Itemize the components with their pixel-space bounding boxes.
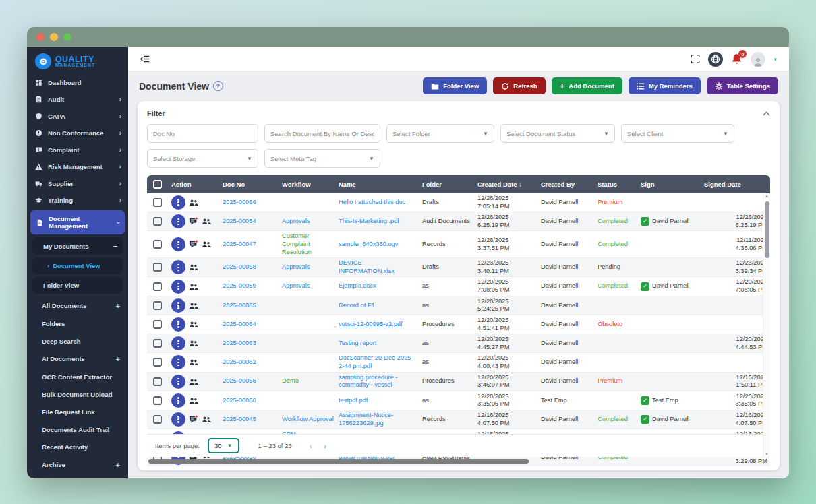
collapse-sidebar-icon[interactable] [140, 55, 150, 63]
column-header-signed-date[interactable]: Signed Date [704, 181, 770, 188]
column-header-doc-no[interactable]: Doc No [223, 181, 282, 188]
document-name-link[interactable]: This-Is-Marketing .pdf [339, 218, 399, 224]
select-client-dropdown[interactable]: Select Client▼ [621, 124, 734, 143]
doc-no-link[interactable]: 2025-00063 [223, 340, 256, 346]
document-name-link[interactable]: sampling procedure - commodity - vessel [339, 374, 397, 389]
doc-no-link[interactable]: 2025-00047 [223, 241, 256, 247]
doc-no-input[interactable] [147, 124, 258, 143]
sidebar-item-risk-management[interactable]: Risk Management› [27, 158, 128, 175]
shared-users-icon[interactable] [189, 320, 198, 329]
vertical-scrollbar-thumb[interactable] [765, 201, 769, 258]
search-document-by-name-or-description-input[interactable] [264, 124, 380, 143]
zoom-window-button[interactable] [63, 33, 71, 41]
row-menu-kebab-icon[interactable] [171, 317, 185, 332]
notifications-bell-icon[interactable]: 0 [731, 53, 742, 65]
sidebar-item-capa[interactable]: CAPA› [27, 108, 128, 125]
column-header-created-by[interactable]: Created By [541, 181, 598, 188]
row-menu-kebab-icon[interactable] [171, 260, 185, 274]
sidebar-subitem-folders[interactable]: Folders [27, 315, 128, 332]
sidebar-subitem-recent-activity[interactable]: Recent Activity [27, 438, 128, 455]
doc-no-link[interactable]: 2025-00058 [223, 263, 256, 270]
folder-view-button[interactable]: Folder View [423, 77, 487, 94]
document-name-link[interactable]: DEVICE INFORMATION.xlsx [339, 259, 395, 274]
doc-no-link[interactable]: 2025-00065 [223, 302, 256, 309]
filter-collapse-chevron-icon[interactable] [763, 109, 770, 117]
row-checkbox[interactable] [153, 320, 162, 329]
row-menu-kebab-icon[interactable] [171, 237, 185, 251]
row-checkbox[interactable] [153, 396, 162, 405]
sidebar-subitem-ocr-content-extractor[interactable]: OCR Content Extractor [27, 368, 128, 385]
minimize-window-button[interactable] [50, 33, 58, 41]
shared-users-icon[interactable] [189, 263, 198, 272]
row-checkbox[interactable] [153, 358, 162, 367]
row-menu-kebab-icon[interactable] [171, 214, 185, 228]
sidebar-item-training[interactable]: Training› [27, 192, 128, 209]
shared-users-icon[interactable] [202, 217, 211, 226]
sidebar-subitem-ai-documents[interactable]: AI Documents+ [27, 350, 128, 368]
doc-no-link[interactable]: 2025-00059 [223, 282, 256, 289]
fullscreen-icon[interactable] [691, 55, 700, 63]
row-menu-kebab-icon[interactable] [171, 355, 185, 369]
select-meta-tag-dropdown[interactable]: Select Meta Tag▼ [264, 149, 380, 168]
sidebar-subitem-file-request-link[interactable]: File Request Link [27, 403, 128, 420]
comments-icon[interactable] [189, 240, 198, 249]
sidebar-item-dashboard[interactable]: Dashboard [27, 74, 128, 91]
document-name-link[interactable]: testpdf.pdf [339, 397, 368, 404]
comments-icon[interactable] [189, 415, 198, 424]
sidebar-subitem-document-status[interactable]: Document Status [27, 474, 128, 478]
scroll-down-arrow-icon[interactable]: ▼ [763, 452, 770, 456]
sidebar-subitem-bulk-document-upload[interactable]: Bulk Document Upload [27, 385, 128, 403]
select-all-checkbox[interactable] [153, 180, 162, 189]
select-folder-dropdown[interactable]: Select Folder▼ [386, 124, 494, 143]
next-page-button[interactable]: › [324, 442, 326, 450]
sidebar-item-document-management[interactable]: Document Management› [30, 210, 125, 234]
sidebar-subitem-document-view[interactable]: ›Document View [32, 257, 123, 274]
column-header-workflow[interactable]: Workflow [282, 181, 339, 188]
column-header-status[interactable]: Status [598, 181, 641, 188]
document-name-link[interactable]: Record of F1 [339, 302, 375, 309]
column-header-folder[interactable]: Folder [422, 181, 477, 188]
sidebar-item-complaint[interactable]: Complaint› [27, 141, 128, 158]
document-name-link[interactable]: sample_640x360.ogv [339, 241, 398, 247]
comments-icon[interactable] [189, 217, 198, 226]
scroll-up-arrow-icon[interactable]: ▲ [763, 194, 770, 198]
shared-users-icon[interactable] [189, 198, 198, 207]
doc-no-link[interactable]: 2025-00045 [223, 416, 256, 422]
sort-descending-icon[interactable]: ↓ [517, 181, 522, 188]
user-avatar[interactable] [751, 52, 765, 67]
select-storage-dropdown[interactable]: Select Storage▼ [147, 149, 258, 168]
column-header-created-date[interactable]: Created Date ↓ [477, 181, 541, 188]
shared-users-icon[interactable] [189, 396, 198, 405]
sidebar-item-supplier[interactable]: Supplier› [27, 175, 128, 192]
row-checkbox[interactable] [153, 415, 162, 424]
doc-no-link[interactable]: 2025-00064 [223, 321, 256, 327]
document-name-link[interactable]: Hello I attached this doc [339, 199, 405, 206]
row-checkbox[interactable] [153, 240, 162, 249]
select-document-status-dropdown[interactable]: Select Document Status▼ [500, 124, 615, 143]
column-header-sign[interactable]: Sign [641, 181, 704, 188]
row-menu-kebab-icon[interactable] [171, 393, 185, 408]
shared-users-icon[interactable] [189, 377, 198, 386]
sidebar-subitem-folder-view[interactable]: Folder View [32, 277, 123, 294]
page-size-select[interactable]: 30 ▼ [208, 438, 239, 453]
document-name-link[interactable]: vetsci-12-00995-v2.pdf [339, 321, 403, 327]
document-name-link[interactable]: Testing report [339, 340, 376, 346]
row-menu-kebab-icon[interactable] [171, 280, 185, 294]
sidebar-subitem-my-documents[interactable]: My Documents– [32, 237, 123, 255]
horizontal-scrollbar[interactable]: ▶ [147, 459, 761, 464]
scroll-right-arrow-icon[interactable]: ▶ [763, 459, 767, 464]
previous-page-button[interactable]: ‹ [310, 442, 312, 450]
shared-users-icon[interactable] [202, 240, 211, 249]
document-name-link[interactable]: Ejemplo.docx [339, 282, 376, 289]
refresh-button[interactable]: Refresh [493, 77, 545, 94]
horizontal-scrollbar-thumb[interactable] [148, 459, 529, 464]
row-checkbox[interactable] [153, 377, 162, 386]
help-icon[interactable]: ? [213, 81, 223, 91]
add-document-button[interactable]: +Add Document [552, 77, 622, 94]
column-header-action[interactable]: Action [171, 181, 223, 188]
row-checkbox[interactable] [153, 282, 162, 291]
row-menu-kebab-icon[interactable] [171, 375, 185, 389]
sidebar-item-audit[interactable]: Audit› [27, 91, 128, 108]
profile-caret-down-icon[interactable]: ▾ [774, 56, 777, 63]
sidebar-subitem-deep-search[interactable]: Deep Search [27, 332, 128, 350]
